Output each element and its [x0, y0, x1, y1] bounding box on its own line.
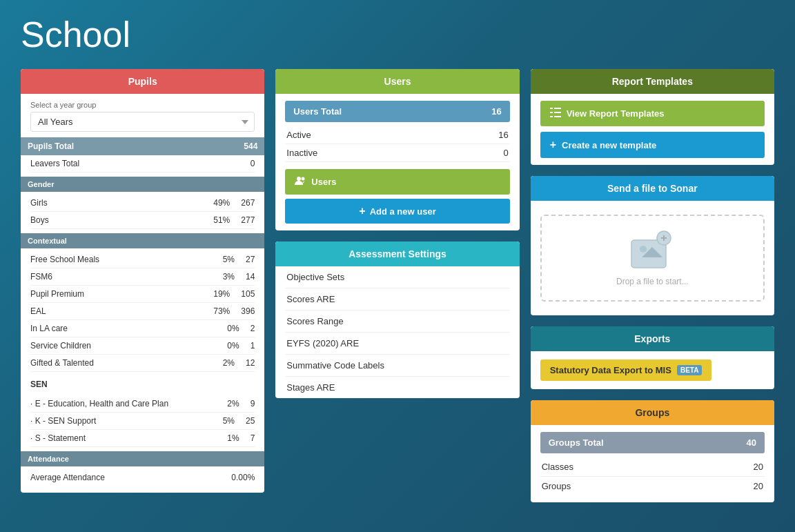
pupils-total-row: Pupils Total 544	[21, 137, 264, 155]
fsm6-row: FSM6 3% 14	[30, 268, 255, 286]
stages-are-item[interactable]: Stages ARE	[285, 377, 509, 398]
scores-range-item[interactable]: Scores Range	[285, 311, 509, 333]
eal-count: 396	[241, 306, 255, 316]
users-total-label: Users Total	[293, 106, 342, 117]
beta-badge: BETA	[677, 365, 702, 375]
year-group-label: Select a year group	[30, 101, 255, 109]
avg-attendance-label: Average Attendance	[30, 473, 105, 482]
create-template-button[interactable]: + Create a new template	[540, 132, 765, 158]
statutory-export-label: Statutory Data Export to MIS	[550, 365, 671, 375]
pupil-premium-row: Pupil Premium 19% 105	[30, 286, 255, 303]
fsm6-pct: 3%	[223, 272, 235, 282]
girls-pct: 49%	[213, 198, 230, 208]
svg-point-1	[302, 177, 305, 181]
drop-zone[interactable]: Drop a file to start...	[540, 215, 765, 302]
groups-header: Groups	[531, 400, 774, 425]
svg-rect-6	[550, 116, 553, 117]
objective-sets-item[interactable]: Objective Sets	[285, 266, 509, 288]
create-template-label: Create a new template	[562, 140, 656, 150]
fsm-count: 27	[246, 255, 255, 264]
fsm-row: Free School Meals 5% 27	[30, 251, 255, 268]
groups-row: Groups 20	[540, 477, 765, 495]
fsm6-count: 14	[246, 272, 255, 282]
sen-s-label: · S - Statement	[30, 433, 86, 443]
gifted-count: 12	[246, 358, 255, 368]
gifted-pct: 2%	[223, 358, 235, 368]
users-card: Users Users Total 16 Active 16 Inactive …	[275, 69, 519, 230]
add-user-label: Add a new user	[370, 206, 436, 217]
year-group-select[interactable]: All Years Year 1 Year 2 Year 3 Year 4 Ye…	[30, 112, 255, 132]
sen-header: SEN	[30, 376, 255, 393]
report-templates-card: Report Templates View Report Templates +…	[531, 69, 774, 165]
exports-card: Exports Statutory Data Export to MIS BET…	[531, 326, 774, 389]
svg-point-10	[640, 246, 647, 253]
classes-value: 20	[754, 462, 763, 472]
sen-k-row: · K - SEN Support 5% 25	[30, 413, 255, 430]
sen-e-row: · E - Education, Health and Care Plan 2%…	[30, 395, 255, 413]
boys-pct: 51%	[213, 215, 230, 225]
assessment-header: Assessment Settings	[275, 242, 519, 266]
sen-s-count: 7	[251, 433, 255, 443]
users-button[interactable]: Users	[285, 169, 509, 195]
fsm6-label: FSM6	[30, 272, 52, 282]
svg-rect-3	[554, 108, 561, 109]
leavers-row: Leavers Total 0	[30, 155, 255, 173]
groups-total-label: Groups Total	[549, 437, 604, 448]
boys-row: Boys 51% 277	[30, 212, 255, 229]
svg-rect-7	[554, 116, 561, 117]
eal-label: EAL	[30, 306, 46, 316]
statutory-export-button[interactable]: Statutory Data Export to MIS BETA	[540, 359, 712, 381]
service-children-row: Service Children 0% 1	[30, 337, 255, 355]
drop-text: Drop a file to start...	[556, 277, 749, 286]
service-children-label: Service Children	[30, 341, 91, 351]
pupils-total-value: 544	[244, 141, 257, 151]
pupil-premium-pct: 19%	[213, 289, 230, 299]
attendance-header: Attendance	[21, 451, 264, 466]
groups-total-row: Groups Total 40	[540, 432, 765, 453]
groups-value: 20	[754, 481, 763, 491]
users-total-row: Users Total 16	[285, 101, 509, 122]
users-btn-label: Users	[311, 177, 336, 187]
boys-count: 277	[241, 215, 255, 225]
svg-rect-4	[550, 112, 553, 113]
gifted-row: Gifted & Talented 2% 12	[30, 355, 255, 372]
exports-header: Exports	[531, 326, 774, 351]
classes-row: Classes 20	[540, 457, 765, 477]
scores-are-item[interactable]: Scores ARE	[285, 288, 509, 311]
eyfs-are-item[interactable]: EYFS (2020) ARE	[285, 333, 509, 355]
groups-card: Groups Groups Total 40 Classes 20 Groups…	[531, 400, 774, 502]
drop-icon	[628, 230, 676, 271]
contextual-header: Contextual	[21, 233, 264, 248]
sen-s-pct: 1%	[227, 433, 239, 443]
plus-icon: +	[359, 205, 365, 217]
avg-attendance-value: 0.00%	[231, 473, 255, 482]
inactive-label: Inactive	[286, 148, 317, 158]
view-report-templates-label: View Report Templates	[567, 108, 665, 119]
sen-k-pct: 5%	[223, 416, 235, 426]
add-user-button[interactable]: + Add a new user	[285, 199, 509, 224]
pupil-premium-label: Pupil Premium	[30, 289, 84, 299]
gifted-label: Gifted & Talented	[30, 358, 94, 368]
list-icon	[550, 108, 561, 119]
service-children-pct: 0%	[227, 341, 239, 351]
active-row: Active 16	[285, 126, 509, 144]
view-report-templates-button[interactable]: View Report Templates	[540, 101, 765, 126]
users-total-value: 16	[491, 106, 501, 117]
groups-total-value: 40	[747, 437, 756, 448]
svg-rect-2	[550, 108, 553, 109]
dashboard: Pupils Select a year group All Years Yea…	[21, 69, 774, 502]
gender-header: Gender	[21, 177, 264, 192]
svg-rect-5	[554, 112, 561, 113]
report-templates-header: Report Templates	[531, 69, 774, 94]
page-title: School	[21, 14, 774, 55]
sen-e-pct: 2%	[227, 399, 239, 408]
summative-code-labels-item[interactable]: Summative Code Labels	[285, 355, 509, 377]
groups-label: Groups	[542, 481, 571, 491]
leavers-value: 0	[251, 159, 255, 168]
avg-attendance-row: Average Attendance 0.00%	[30, 469, 255, 486]
inactive-row: Inactive 0	[285, 144, 509, 162]
sonar-header: Send a file to Sonar	[531, 176, 774, 201]
girls-label: Girls	[30, 198, 48, 208]
sen-e-count: 9	[251, 399, 255, 408]
pupils-total-label: Pupils Total	[28, 141, 74, 151]
